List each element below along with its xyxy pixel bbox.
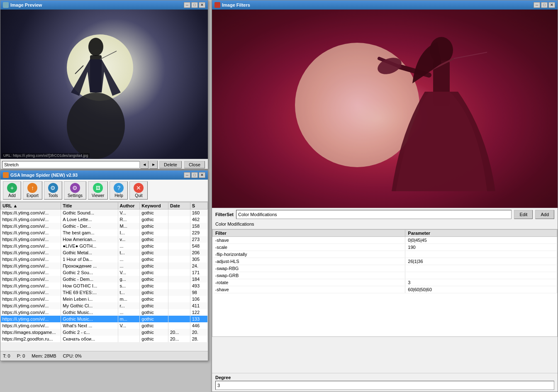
date-cell	[168, 249, 190, 256]
degree-input[interactable]	[215, 381, 554, 390]
date-cell: 20...	[168, 329, 190, 336]
table-row[interactable]: https://i.ytimg.com/vi/...Gothic Sound..…	[1, 209, 208, 217]
filters-maximize-btn[interactable]: □	[541, 2, 548, 8]
nav-prev-btn[interactable]: ◄	[140, 161, 149, 169]
filter-list-item[interactable]: -scale190	[213, 244, 557, 251]
color-mod-label: Color Modifications	[215, 221, 554, 227]
table-row[interactable]: https://i.ytimg.com/vi/...Gothic Music..…	[1, 316, 208, 322]
table-row[interactable]: https://i.ytimg.com/vi/...Gothic Music..…	[1, 309, 208, 316]
table-row[interactable]: https://i.ytimg.com/vi/...Прохождение ..…	[1, 263, 208, 269]
filter-name-cell: -rotate	[213, 279, 405, 286]
keyword-cell: gothic	[140, 269, 168, 276]
keyword-cell: gothic	[140, 236, 168, 243]
filters-minimize-btn[interactable]: ─	[534, 2, 540, 8]
col-title-header[interactable]: Title	[61, 202, 118, 209]
preview-close-btn[interactable]: ✕	[199, 2, 205, 8]
url-cell: https://i.ytimg.com/vi/...	[1, 249, 61, 256]
url-cell: https://i.ytimg.com/vi/...	[1, 223, 61, 229]
preview-maximize-btn[interactable]: □	[191, 2, 198, 8]
table-row[interactable]: https://i.ytimg.com/vi/...1 Hour of Da..…	[1, 256, 208, 263]
table-row[interactable]: https://i.ytimg.com/vi/...Gothic - Der..…	[1, 223, 208, 229]
url-cell: https://i.ytimg.com/vi/...	[1, 276, 61, 282]
date-cell	[168, 229, 190, 236]
s-cell: 229	[190, 229, 207, 236]
keyword-cell: gothic	[140, 243, 168, 249]
quit-button[interactable]: ✕ Quit	[129, 181, 148, 200]
filter-list-item[interactable]: -shave0|0|45|45	[213, 237, 557, 244]
table-row[interactable]: https://i.ytimg.com/vi/...A Love Lette..…	[1, 216, 208, 223]
tools-label: Tools	[48, 193, 58, 198]
s-cell: 160	[190, 209, 207, 217]
table-row[interactable]: https://i.ytimg.com/vi/...What's Next ..…	[1, 322, 208, 329]
s-cell: 493	[190, 282, 207, 289]
tools-button[interactable]: ⚙ Tools	[44, 181, 62, 200]
filter-param-cell: 3	[405, 279, 557, 286]
gsa-close-btn[interactable]: ✕	[199, 172, 205, 178]
table-row[interactable]: https://images.stopgame...Gothic 2 - c..…	[1, 329, 208, 336]
gsa-maximize-btn[interactable]: □	[191, 172, 198, 178]
author-cell: m...	[118, 316, 140, 322]
preview-window-icon	[3, 2, 9, 8]
col-url-header[interactable]: URL ▲	[1, 202, 61, 209]
author-cell: r...	[118, 302, 140, 309]
url-cell: https://i.ytimg.com/vi/...	[1, 243, 61, 249]
settings-button[interactable]: ⚙ Settings	[64, 181, 86, 200]
table-row[interactable]: https://i.ytimg.com/vi/...Gothic Metal..…	[1, 249, 208, 256]
s-cell: 122	[190, 309, 207, 316]
author-cell: m...	[118, 296, 140, 302]
table-row[interactable]: https://i.ytimg.com/vi/...Mein Leben i..…	[1, 296, 208, 302]
help-button[interactable]: ? Help	[110, 181, 128, 200]
keyword-cell: gothic	[140, 249, 168, 256]
close-preview-btn[interactable]: Close	[184, 161, 205, 168]
delete-btn[interactable]: Delete	[159, 161, 182, 168]
svg-marker-2	[71, 59, 121, 96]
table-row[interactable]: https://i.ytimg.com/vi/...THE 69 EYES:..…	[1, 289, 208, 296]
figure-silhouette-preview	[54, 26, 137, 159]
status-cpu: CPU: 0%	[63, 353, 82, 358]
table-row[interactable]: https://i.ytimg.com/vi/...●LIVE● GOTH...…	[1, 243, 208, 249]
table-row[interactable]: https://i.ytimg.com/vi/...Gothic - Dem..…	[1, 276, 208, 282]
title-cell: ●LIVE● GOTH...	[61, 243, 118, 249]
col-keyword-header[interactable]: Keyword	[140, 202, 168, 209]
filter-list-item[interactable]: -swap-GRB	[213, 272, 557, 279]
status-t: T: 0	[3, 353, 10, 358]
col-author-header[interactable]: Author	[118, 202, 140, 209]
table-row[interactable]: https://i.ytimg.com/vi/...Gothic 2 Sou..…	[1, 269, 208, 276]
col-date-header[interactable]: Date	[168, 202, 190, 209]
date-cell	[168, 322, 190, 329]
add-button[interactable]: + Add	[3, 181, 21, 200]
filter-list-item[interactable]: -adjust-HLS26|1|36	[213, 258, 557, 265]
title-cell: A Love Lette...	[61, 216, 118, 223]
date-cell	[168, 282, 190, 289]
author-cell	[118, 336, 140, 342]
url-cell: https://i.ytimg.com/vi/...	[1, 236, 61, 243]
preview-minimize-btn[interactable]: ─	[184, 2, 190, 8]
edit-button[interactable]: Edit	[514, 210, 533, 219]
table-row[interactable]: https://img2.goodfon.ru...Скачать обои..…	[1, 336, 208, 342]
filter-list-item[interactable]: -rotate3	[213, 279, 557, 286]
filter-list-item[interactable]: -shave60|60|50|60	[213, 286, 557, 293]
svg-point-3	[67, 93, 125, 159]
date-cell	[168, 263, 190, 269]
add-filter-button[interactable]: Add	[535, 210, 554, 219]
keyword-cell: gothic	[140, 223, 168, 229]
table-row[interactable]: https://i.ytimg.com/vi/...How American..…	[1, 236, 208, 243]
author-cell: M...	[118, 223, 140, 229]
filter-list-item[interactable]: -swap-RBG	[213, 265, 557, 272]
param-col-header: Parameter	[405, 230, 557, 237]
table-row[interactable]: https://i.ytimg.com/vi/...How GOTHIC I..…	[1, 282, 208, 289]
preview-window-title: Image Preview	[10, 2, 42, 7]
viewer-button[interactable]: 🖼 Viewer	[88, 181, 108, 200]
url-table-container: URL ▲ Title Author Keyword Date S https:…	[0, 202, 208, 351]
filter-list-item[interactable]: -flip-horizontally	[213, 251, 557, 258]
filterset-combo[interactable]	[236, 210, 512, 219]
table-row[interactable]: https://i.ytimg.com/vi/...My Gothic Cl..…	[1, 302, 208, 309]
nav-next-btn[interactable]: ►	[149, 161, 158, 169]
export-button[interactable]: ↑ Export	[23, 181, 42, 200]
filters-close-btn[interactable]: ✕	[548, 2, 555, 8]
url-cell: https://i.ytimg.com/vi/...	[1, 216, 61, 223]
gsa-minimize-btn[interactable]: ─	[184, 172, 190, 178]
col-s-header[interactable]: S	[190, 202, 207, 209]
table-row[interactable]: https://i.ytimg.com/vi/...The best gam..…	[1, 229, 208, 236]
filter-param-cell: 190	[405, 244, 557, 251]
